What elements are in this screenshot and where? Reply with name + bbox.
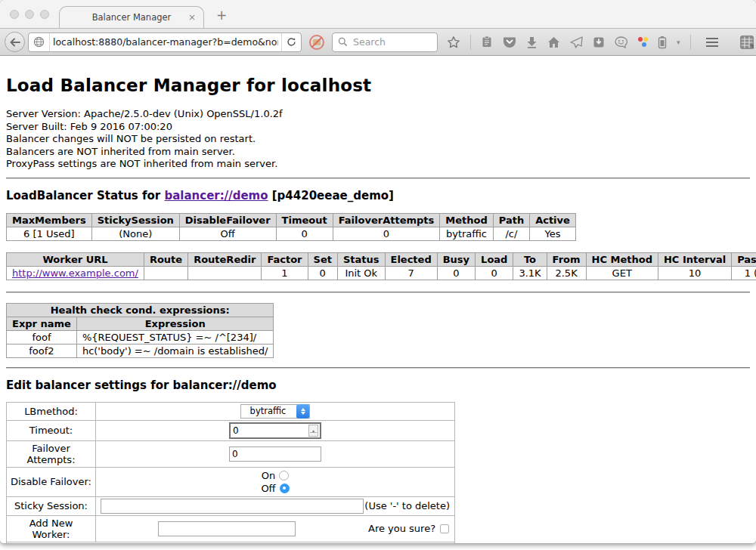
col-hc-interval: HC Interval <box>658 252 731 266</box>
back-arrow-icon <box>10 38 20 47</box>
balancer-params-row: 6 [1 Used] (None) Off 0 0 bytraffic /c/ … <box>7 227 576 240</box>
are-you-sure-checkbox[interactable] <box>440 524 449 533</box>
sticky-session-label: Sticky Session: <box>7 496 96 515</box>
inherit-note-line: Balancers are NOT inherited from main se… <box>6 146 750 159</box>
col-route: Route <box>144 252 187 266</box>
cell-hc-method: GET <box>586 266 658 280</box>
cell-to: 3.1K <box>513 266 547 280</box>
failover-attempts-row: Failover Attempts: <box>7 440 455 467</box>
color-dots-extension-icon[interactable] <box>637 37 648 47</box>
worker-row: http://www.example.com/ 1 0 Init Ok 7 0 … <box>7 266 756 280</box>
screenshot: Balancer Manager × + <box>0 0 756 550</box>
col-status: Status <box>337 252 385 266</box>
lbmethod-select[interactable]: bytraffic <box>240 404 311 419</box>
lbmethod-row: LBmethod: bytraffic <box>7 402 455 420</box>
col-busy: Busy <box>437 252 475 266</box>
col-stickysession: StickySession <box>91 213 179 227</box>
balancer-params-header-row: MaxMembers StickySession DisableFailover… <box>7 213 576 227</box>
health-table-title: Health check cond. expressions: <box>7 303 274 317</box>
window-controls <box>10 10 49 19</box>
persist-note-line: Balancer changes will NOT be persisted o… <box>6 133 750 146</box>
cell-set: 0 <box>308 266 337 280</box>
radio-off-label: Off <box>261 483 275 494</box>
balancer-demo-link[interactable]: balancer://demo <box>164 189 268 202</box>
chevron-down-icon[interactable]: ▾ <box>677 39 680 46</box>
tab-title: Balancer Manager <box>92 12 172 23</box>
col-expr-name: Expr name <box>7 317 77 330</box>
divider <box>6 178 750 179</box>
timeout-input[interactable] <box>231 425 308 436</box>
site-identity-globe-icon[interactable] <box>29 33 50 51</box>
divider-2 <box>6 292 750 293</box>
radio-on[interactable] <box>279 471 289 480</box>
feedback-smiley-icon[interactable] <box>615 36 627 48</box>
cell-status: Init Ok <box>337 266 385 280</box>
col-set: Set <box>308 252 337 266</box>
balancer-settings-form: LBmethod: bytraffic Timeout: ▴ <box>6 402 455 544</box>
cell-busy: 0 <box>437 266 475 280</box>
select-stepper-icon <box>296 404 309 419</box>
cell-expr-name-1: foof <box>7 330 77 344</box>
health-header-row: Expr name Expression <box>7 317 274 330</box>
lbmethod-selected-value: bytraffic <box>241 406 297 416</box>
worker-url-link[interactable]: http://www.example.com/ <box>12 267 138 279</box>
cell-disablefailover: Off <box>179 227 276 240</box>
server-built-line: Server Built: Feb 9 2016 07:00:20 <box>6 121 750 134</box>
reload-button[interactable] <box>281 33 301 51</box>
yellow-dot <box>643 37 648 42</box>
status-heading-prefix: LoadBalancer Status for <box>6 189 164 202</box>
downloads-icon[interactable] <box>526 36 538 48</box>
timeout-label: Timeout: <box>7 420 96 440</box>
pocket-icon[interactable] <box>503 36 516 48</box>
add-worker-row: Add New Worker: Are you sure? <box>7 515 455 542</box>
col-factor: Factor <box>262 252 308 266</box>
health-check-table: Health check cond. expressions: Expr nam… <box>6 303 274 358</box>
health-title-row: Health check cond. expressions: <box>7 303 274 317</box>
cell-failoverattempts: 0 <box>333 227 440 240</box>
page-content: Load Balancer Manager for localhost Serv… <box>0 56 756 543</box>
window-zoom-button[interactable] <box>40 10 49 19</box>
reader-clipboard-icon[interactable] <box>481 36 493 48</box>
home-icon[interactable] <box>547 36 560 48</box>
bookmark-star-icon[interactable] <box>447 36 460 49</box>
col-maxmembers: MaxMembers <box>7 213 92 227</box>
radio-off[interactable] <box>280 484 290 493</box>
sticky-session-input[interactable] <box>101 499 364 514</box>
cell-from: 2.5K <box>547 266 586 280</box>
col-to: To <box>513 252 547 266</box>
tab-balancer-manager[interactable]: Balancer Manager × <box>59 6 204 28</box>
health-row-foof: foof %{REQUEST_STATUS} =~ /^[234]/ <box>7 330 274 344</box>
submit-row: Submit <box>7 542 455 543</box>
save-box-icon[interactable] <box>593 36 605 48</box>
table-grid-extension-icon[interactable] <box>739 35 754 50</box>
timeout-input-wrap: ▴ <box>229 422 321 439</box>
proxypass-note-line: ProxyPass settings are NOT inherited fro… <box>6 158 750 171</box>
server-info: Server Version: Apache/2.5.0-dev (Unix) … <box>6 108 750 171</box>
back-button[interactable] <box>5 32 25 52</box>
col-failoverattempts: FailoverAttempts <box>333 213 440 227</box>
col-hc-method: HC Method <box>586 252 658 266</box>
col-routeredir: RouteRedir <box>188 252 262 266</box>
add-worker-input[interactable] <box>158 521 296 536</box>
number-spinner-icon[interactable]: ▴ <box>308 425 318 437</box>
url-input[interactable] <box>50 36 281 48</box>
url-bar[interactable] <box>28 32 302 52</box>
worker-table: Worker URL Route RouteRedir Factor Set S… <box>6 252 756 280</box>
health-row-foof2: foof2 hc('body') =~ /domain is establish… <box>7 344 274 357</box>
window-close-button[interactable] <box>10 10 19 19</box>
radio-on-label: On <box>262 470 275 481</box>
cell-passes: 1 (0) <box>732 266 756 280</box>
send-plane-icon[interactable] <box>570 36 583 48</box>
failover-attempts-input[interactable] <box>229 446 321 462</box>
window-minimize-button[interactable] <box>25 10 34 19</box>
new-tab-button[interactable]: + <box>216 9 227 22</box>
battery-icon[interactable] <box>658 36 667 49</box>
search-input[interactable] <box>352 36 432 48</box>
tab-close-icon[interactable]: × <box>188 12 196 23</box>
edit-settings-heading: Edit balancer settings for balancer://de… <box>6 379 750 392</box>
search-bar[interactable] <box>332 32 438 52</box>
search-icon <box>338 37 348 47</box>
menu-hamburger-icon[interactable] <box>705 37 719 48</box>
col-method: Method <box>440 213 493 227</box>
content-blocked-icon[interactable] <box>309 35 324 50</box>
